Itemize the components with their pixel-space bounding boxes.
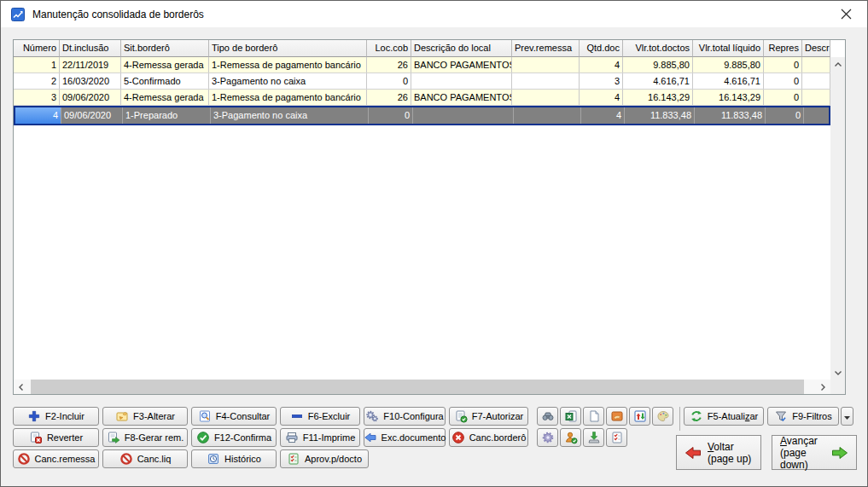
- hand-card-button[interactable]: [606, 407, 627, 426]
- cell: [514, 107, 581, 124]
- canc-remessa-button[interactable]: Canc.remessa: [13, 449, 99, 468]
- new-document-button[interactable]: [583, 407, 604, 426]
- close-icon[interactable]: [830, 1, 862, 26]
- column-header[interactable]: Prev.remessa: [512, 40, 580, 57]
- refresh-icon: [690, 409, 703, 423]
- tasks-button[interactable]: [606, 428, 627, 447]
- cell: 0: [764, 90, 802, 105]
- column-header[interactable]: Descrição do local: [411, 40, 512, 57]
- cell: 2: [14, 73, 60, 89]
- table-row[interactable]: 409/06/20201-Preparado3-Pagamento no cai…: [14, 106, 830, 125]
- scroll-right-icon[interactable]: [816, 380, 830, 394]
- chevron-down-icon: [844, 411, 850, 421]
- avancar-button[interactable]: Avançar (page down): [772, 435, 857, 470]
- cell: BANCO PAGAMENTOS: [411, 90, 512, 105]
- aprov-p-docto-button[interactable]: Aprov.p/docto: [280, 449, 369, 468]
- column-header[interactable]: Tipo de borderô: [209, 40, 367, 57]
- gear-icon: [541, 431, 555, 444]
- cell: 4: [15, 107, 61, 124]
- cell: 5-Confirmado: [121, 73, 209, 89]
- f12-confirma-button[interactable]: F12-Confirma: [191, 428, 277, 447]
- excel-export-button[interactable]: [560, 407, 581, 426]
- f10-configura-button[interactable]: F10-Configura: [364, 407, 446, 426]
- cell: [512, 57, 580, 72]
- hand-card-icon: [610, 409, 624, 423]
- palette-icon: [656, 409, 670, 423]
- table-row[interactable]: 122/11/20194-Remessa gerada1-Remessa de …: [14, 57, 830, 73]
- filtros-dropdown-button[interactable]: [841, 407, 853, 426]
- button-label: Histórico: [224, 454, 261, 464]
- scroll-up-icon[interactable]: [830, 57, 845, 71]
- column-header[interactable]: Sit.borderô: [121, 40, 209, 57]
- cell: 1-Remessa de pagamento bancário: [209, 57, 367, 72]
- column-header[interactable]: Descr: [802, 40, 830, 57]
- no-entry-icon: [119, 452, 133, 466]
- table-row[interactable]: 309/06/20204-Remessa gerada1-Remessa de …: [14, 90, 830, 106]
- no-entry-icon: [17, 452, 31, 466]
- vertical-scrollbar[interactable]: [830, 57, 845, 380]
- plus-icon: [27, 409, 41, 423]
- table-row[interactable]: 216/03/20205-Confirmado3-Pagamento no ca…: [14, 73, 830, 90]
- cell: 16.143,29: [623, 90, 693, 105]
- scrollbar-thumb[interactable]: [31, 380, 804, 394]
- column-header[interactable]: Loc.cob: [367, 40, 411, 57]
- arrow-left-red-icon: [684, 446, 702, 460]
- cell: 4.616,71: [693, 73, 764, 89]
- f4-consultar-button[interactable]: F4-Consultar: [191, 407, 277, 426]
- data-grid: NúmeroDt.inclusãoSit.borderôTipo de bord…: [13, 39, 846, 395]
- download-button[interactable]: [583, 428, 604, 447]
- gear-button[interactable]: [537, 428, 558, 447]
- cell: 22/11/2019: [60, 57, 121, 72]
- cell: 1-Preparado: [123, 107, 211, 124]
- cell: 4.616,71: [623, 73, 693, 89]
- historico-button[interactable]: Histórico: [191, 449, 277, 468]
- f6-excluir-button[interactable]: F6-Excluir: [280, 407, 360, 426]
- button-label: Canc.remessa: [35, 454, 96, 464]
- cell: [804, 107, 830, 124]
- download-icon: [587, 431, 601, 444]
- f7-autorizar-button[interactable]: F7-Autorizar: [449, 407, 528, 426]
- search-document-icon: [198, 409, 212, 423]
- nav-label: Avançar (page down): [780, 435, 825, 471]
- arrow-right-green-icon: [831, 446, 848, 460]
- column-header[interactable]: Dt.inclusão: [60, 40, 121, 57]
- f2-incluir-button[interactable]: F2-Incluir: [13, 407, 99, 426]
- f8-gerar-remessa-button[interactable]: F8-Gerar rem.: [102, 428, 188, 447]
- cell: 0: [766, 107, 804, 124]
- column-header[interactable]: Vlr.total líquido: [693, 40, 764, 57]
- canc-liq-button[interactable]: Canc.liq: [102, 449, 188, 468]
- column-header[interactable]: Vlr.tot.doctos: [623, 40, 693, 57]
- document-arrow-icon: [107, 431, 120, 444]
- button-label: F9-Filtros: [792, 411, 831, 421]
- column-header[interactable]: Qtd.doc: [580, 40, 623, 57]
- exc-documento-button[interactable]: Exc.documento: [364, 428, 446, 447]
- button-label: Canc.borderô: [469, 432, 527, 443]
- sort-button[interactable]: [629, 407, 650, 426]
- user-check-icon: [564, 431, 578, 444]
- column-header[interactable]: Repres: [764, 40, 802, 57]
- f11-imprime-button[interactable]: F11-Imprime: [280, 428, 360, 447]
- canc-bordero-button[interactable]: Canc.borderô: [449, 428, 528, 447]
- column-header[interactable]: Número: [14, 40, 60, 57]
- f9-filtros-button[interactable]: F9-Filtros: [767, 407, 839, 426]
- title-bar: Manutenção consolidada de borderôs: [1, 1, 867, 27]
- cell: 1-Remessa de pagamento bancário: [209, 90, 367, 105]
- palette-button[interactable]: [652, 407, 673, 426]
- toolbar-separator: [679, 407, 680, 431]
- cell: 4: [580, 57, 623, 72]
- user-check-button[interactable]: [560, 428, 581, 447]
- cell: 26: [367, 90, 411, 105]
- cell: [512, 90, 580, 105]
- cell: 09/06/2020: [60, 90, 121, 105]
- grid-header: NúmeroDt.inclusãoSit.borderôTipo de bord…: [14, 40, 845, 57]
- scroll-down-icon[interactable]: [830, 366, 845, 380]
- f5-atualizar-button[interactable]: F5-Atualizar: [684, 407, 764, 426]
- binoculars-button[interactable]: [537, 407, 558, 426]
- horizontal-scrollbar[interactable]: [14, 380, 830, 394]
- reverter-button[interactable]: Reverter: [13, 428, 99, 447]
- nav-label-line1: Avançar: [780, 435, 825, 447]
- scroll-left-icon[interactable]: [14, 380, 28, 394]
- sort-arrows-icon: [633, 409, 647, 423]
- voltar-button[interactable]: Voltar (page up): [676, 435, 761, 470]
- f3-alterar-button[interactable]: F3-Alterar: [102, 407, 188, 426]
